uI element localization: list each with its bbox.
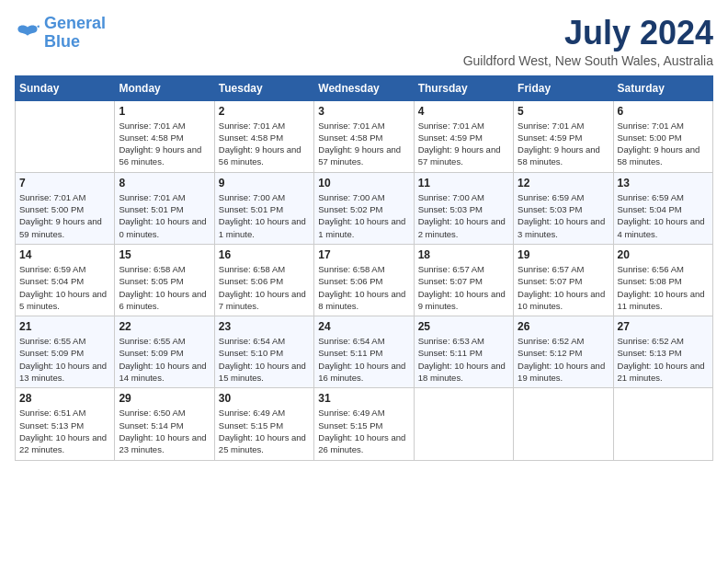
calendar-header: SundayMondayTuesdayWednesdayThursdayFrid… — [16, 75, 713, 100]
day-info: Sunrise: 6:55 AMSunset: 5:09 PMDaylight:… — [19, 335, 110, 384]
calendar-cell: 10Sunrise: 7:00 AMSunset: 5:02 PMDayligh… — [314, 172, 414, 244]
week-row-4: 21Sunrise: 6:55 AMSunset: 5:09 PMDayligh… — [16, 316, 713, 388]
title-section: July 2024 Guildford West, New South Wale… — [463, 15, 713, 68]
week-row-3: 14Sunrise: 6:59 AMSunset: 5:04 PMDayligh… — [16, 244, 713, 316]
day-number: 14 — [19, 248, 110, 261]
calendar-cell — [613, 388, 712, 460]
day-number: 12 — [518, 177, 609, 190]
day-number: 16 — [219, 248, 310, 261]
calendar-cell: 20Sunrise: 6:56 AMSunset: 5:08 PMDayligh… — [613, 244, 712, 316]
day-info: Sunrise: 6:57 AMSunset: 5:07 PMDaylight:… — [418, 263, 509, 312]
calendar-cell — [16, 100, 115, 172]
calendar-cell: 6Sunrise: 7:01 AMSunset: 5:00 PMDaylight… — [613, 100, 712, 172]
calendar-cell: 2Sunrise: 7:01 AMSunset: 4:58 PMDaylight… — [214, 100, 313, 172]
header-cell-wednesday: Wednesday — [314, 75, 414, 100]
day-number: 9 — [219, 177, 310, 190]
header-cell-tuesday: Tuesday — [214, 75, 313, 100]
day-number: 18 — [418, 248, 509, 261]
day-info: Sunrise: 6:56 AMSunset: 5:08 PMDaylight:… — [618, 263, 709, 312]
week-row-5: 28Sunrise: 6:51 AMSunset: 5:13 PMDayligh… — [16, 388, 713, 460]
day-info: Sunrise: 7:01 AMSunset: 4:58 PMDaylight:… — [318, 120, 409, 168]
month-title: July 2024 — [463, 15, 713, 52]
location-subtitle: Guildford West, New South Wales, Austral… — [463, 53, 713, 68]
day-info: Sunrise: 7:01 AMSunset: 4:59 PMDaylight:… — [518, 120, 609, 168]
calendar-cell: 25Sunrise: 6:53 AMSunset: 5:11 PMDayligh… — [414, 316, 513, 388]
day-number: 22 — [119, 320, 210, 333]
calendar-cell — [514, 388, 613, 460]
day-info: Sunrise: 6:58 AMSunset: 5:05 PMDaylight:… — [119, 263, 210, 312]
day-number: 5 — [518, 105, 609, 118]
day-number: 8 — [119, 177, 210, 190]
week-row-2: 7Sunrise: 7:01 AMSunset: 5:00 PMDaylight… — [16, 172, 713, 244]
day-info: Sunrise: 6:59 AMSunset: 5:04 PMDaylight:… — [618, 191, 709, 240]
calendar-cell: 29Sunrise: 6:50 AMSunset: 5:14 PMDayligh… — [115, 388, 214, 460]
day-info: Sunrise: 6:54 AMSunset: 5:11 PMDaylight:… — [318, 335, 409, 384]
day-info: Sunrise: 7:00 AMSunset: 5:03 PMDaylight:… — [418, 191, 509, 240]
day-number: 7 — [19, 177, 110, 190]
calendar-table: SundayMondayTuesdayWednesdayThursdayFrid… — [15, 75, 713, 461]
day-info: Sunrise: 6:58 AMSunset: 5:06 PMDaylight:… — [318, 263, 409, 312]
day-info: Sunrise: 6:57 AMSunset: 5:07 PMDaylight:… — [518, 263, 609, 312]
day-info: Sunrise: 7:00 AMSunset: 5:02 PMDaylight:… — [318, 191, 409, 240]
day-number: 28 — [19, 392, 110, 405]
day-number: 17 — [318, 248, 409, 261]
day-number: 6 — [618, 105, 709, 118]
calendar-cell: 12Sunrise: 6:59 AMSunset: 5:03 PMDayligh… — [514, 172, 613, 244]
day-info: Sunrise: 6:53 AMSunset: 5:11 PMDaylight:… — [418, 335, 509, 384]
day-number: 21 — [19, 320, 110, 333]
day-number: 10 — [318, 177, 409, 190]
day-number: 2 — [219, 105, 310, 118]
day-info: Sunrise: 6:49 AMSunset: 5:15 PMDaylight:… — [318, 407, 409, 455]
day-info: Sunrise: 6:52 AMSunset: 5:12 PMDaylight:… — [518, 335, 609, 384]
day-number: 15 — [119, 248, 210, 261]
day-number: 3 — [318, 105, 409, 118]
day-number: 26 — [518, 320, 609, 333]
calendar-cell: 19Sunrise: 6:57 AMSunset: 5:07 PMDayligh… — [514, 244, 613, 316]
calendar-cell: 7Sunrise: 7:01 AMSunset: 5:00 PMDaylight… — [16, 172, 115, 244]
day-info: Sunrise: 6:49 AMSunset: 5:15 PMDaylight:… — [219, 407, 310, 455]
calendar-cell: 16Sunrise: 6:58 AMSunset: 5:06 PMDayligh… — [214, 244, 313, 316]
day-info: Sunrise: 6:59 AMSunset: 5:04 PMDaylight:… — [19, 263, 110, 312]
calendar-cell: 5Sunrise: 7:01 AMSunset: 4:59 PMDaylight… — [514, 100, 613, 172]
header-cell-thursday: Thursday — [414, 75, 513, 100]
calendar-cell: 18Sunrise: 6:57 AMSunset: 5:07 PMDayligh… — [414, 244, 513, 316]
calendar-cell: 9Sunrise: 7:00 AMSunset: 5:01 PMDaylight… — [214, 172, 313, 244]
calendar-cell: 23Sunrise: 6:54 AMSunset: 5:10 PMDayligh… — [214, 316, 313, 388]
header-cell-monday: Monday — [115, 75, 214, 100]
calendar-cell: 13Sunrise: 6:59 AMSunset: 5:04 PMDayligh… — [613, 172, 712, 244]
calendar-cell: 3Sunrise: 7:01 AMSunset: 4:58 PMDaylight… — [314, 100, 414, 172]
calendar-cell: 24Sunrise: 6:54 AMSunset: 5:11 PMDayligh… — [314, 316, 414, 388]
calendar-cell: 4Sunrise: 7:01 AMSunset: 4:59 PMDaylight… — [414, 100, 513, 172]
header-cell-friday: Friday — [514, 75, 613, 100]
day-number: 4 — [418, 105, 509, 118]
calendar-cell: 21Sunrise: 6:55 AMSunset: 5:09 PMDayligh… — [16, 316, 115, 388]
day-number: 29 — [119, 392, 210, 405]
day-number: 23 — [219, 320, 310, 333]
day-info: Sunrise: 7:00 AMSunset: 5:01 PMDaylight:… — [219, 191, 310, 240]
day-number: 24 — [318, 320, 409, 333]
day-info: Sunrise: 7:01 AMSunset: 5:00 PMDaylight:… — [618, 120, 709, 168]
calendar-cell: 31Sunrise: 6:49 AMSunset: 5:15 PMDayligh… — [314, 388, 414, 460]
calendar-cell: 1Sunrise: 7:01 AMSunset: 4:58 PMDaylight… — [115, 100, 214, 172]
calendar-cell: 28Sunrise: 6:51 AMSunset: 5:13 PMDayligh… — [16, 388, 115, 460]
day-info: Sunrise: 7:01 AMSunset: 4:58 PMDaylight:… — [219, 120, 310, 168]
day-info: Sunrise: 6:54 AMSunset: 5:10 PMDaylight:… — [219, 335, 310, 384]
week-row-1: 1Sunrise: 7:01 AMSunset: 4:58 PMDaylight… — [16, 100, 713, 172]
day-info: Sunrise: 6:50 AMSunset: 5:14 PMDaylight:… — [119, 407, 210, 455]
header-row: SundayMondayTuesdayWednesdayThursdayFrid… — [16, 75, 713, 100]
day-number: 27 — [618, 320, 709, 333]
day-info: Sunrise: 7:01 AMSunset: 5:01 PMDaylight:… — [119, 191, 210, 240]
calendar-cell: 26Sunrise: 6:52 AMSunset: 5:12 PMDayligh… — [514, 316, 613, 388]
day-number: 31 — [318, 392, 409, 405]
day-number: 20 — [618, 248, 709, 261]
day-info: Sunrise: 7:01 AMSunset: 4:58 PMDaylight:… — [119, 120, 210, 168]
day-number: 25 — [418, 320, 509, 333]
day-number: 30 — [219, 392, 310, 405]
day-info: Sunrise: 6:58 AMSunset: 5:06 PMDaylight:… — [219, 263, 310, 312]
logo-icon — [15, 20, 40, 46]
header-cell-sunday: Sunday — [16, 75, 115, 100]
day-number: 11 — [418, 177, 509, 190]
header-cell-saturday: Saturday — [613, 75, 712, 100]
calendar-cell: 14Sunrise: 6:59 AMSunset: 5:04 PMDayligh… — [16, 244, 115, 316]
day-info: Sunrise: 6:51 AMSunset: 5:13 PMDaylight:… — [19, 407, 110, 455]
